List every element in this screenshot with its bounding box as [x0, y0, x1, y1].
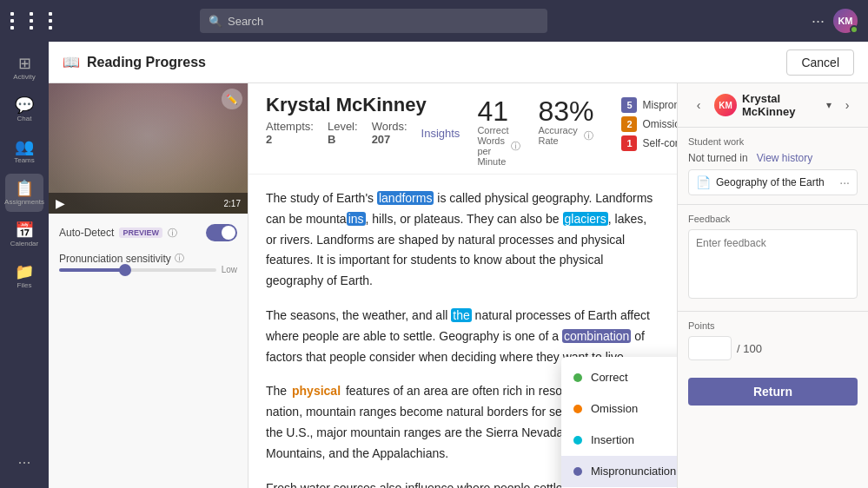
video-edit-button[interactable]: ✏️	[222, 89, 242, 109]
sensitivity-slider[interactable]	[59, 268, 216, 272]
header-bar: 📖 Reading Progress Cancel	[49, 42, 868, 83]
reading-para-1: The study of Earth's landforms is called…	[266, 188, 659, 292]
assignment-item[interactable]: 📄 Geography of the Earth ···	[688, 169, 858, 195]
more-options-button[interactable]: ···	[812, 12, 825, 30]
stats-row: 41 Correct Words per Minute ⓘ 83% Accura…	[477, 97, 677, 167]
menu-item-insertion[interactable]: Insertion	[561, 425, 677, 456]
word-physical[interactable]: physical	[290, 384, 342, 398]
reading-text: The study of Earth's landforms is called…	[248, 175, 677, 488]
menu-label-correct: Correct	[591, 368, 628, 387]
word-combination[interactable]: combination	[562, 329, 632, 343]
auto-detect-info-icon[interactable]: ⓘ	[168, 227, 177, 240]
panel-controls: Auto-Detect PREVIEW ⓘ Pronunciation sens…	[49, 214, 248, 285]
self-corrections-badge: 1	[621, 135, 637, 151]
prev-student-button[interactable]: ‹	[688, 95, 709, 115]
student-dropdown-button[interactable]: ▾	[826, 99, 832, 111]
play-button[interactable]: ▶	[56, 196, 65, 210]
next-student-button[interactable]: ›	[837, 95, 858, 115]
main-layout: ⊞ Activity 💬 Chat 👥 Teams 📋 Assignments …	[0, 42, 868, 488]
sensitivity-section: Pronunciation sensitivity ⓘ Low	[59, 252, 237, 274]
sensitivity-text: Pronunciation sensitivity	[59, 253, 171, 265]
teams-icon: 👥	[15, 139, 34, 155]
cwpm-stat: 41 Correct Words per Minute ⓘ	[477, 97, 520, 167]
sidebar-label-chat: Chat	[17, 115, 32, 122]
slider-low-label: Low	[222, 265, 237, 274]
cwpm-info-icon[interactable]: ⓘ	[511, 140, 520, 153]
content-area: 📖 Reading Progress Cancel ✏️ ▶ 2:17	[49, 42, 868, 488]
student-header: Krystal McKinney Attempts: 2 Level: B	[248, 83, 677, 175]
sidebar-item-calendar[interactable]: 📅 Calendar	[5, 215, 43, 254]
reading-area: Krystal McKinney Attempts: 2 Level: B	[248, 83, 677, 488]
left-panel: ✏️ ▶ 2:17 Auto-Detect PREVIEW ⓘ	[49, 83, 248, 488]
word-the[interactable]: the	[451, 308, 471, 322]
auto-detect-toggle[interactable]	[206, 224, 237, 241]
student-mini-avatar: KM	[714, 94, 737, 116]
assignment-more-button[interactable]: ···	[839, 175, 850, 189]
points-label: Points	[688, 320, 858, 331]
mispronunciations-badge: 5	[621, 97, 637, 113]
video-controls: ▶ 2:17	[49, 193, 248, 214]
menu-label-mispronunciation: Mispronunciation	[591, 462, 676, 481]
accuracy-info-icon[interactable]: ⓘ	[584, 129, 593, 142]
student-work-status: Not turned in View history	[688, 152, 858, 164]
insights-link[interactable]: Insights	[421, 127, 461, 140]
sidebar-label-assignments: Assignments	[4, 198, 44, 206]
menu-item-correct[interactable]: Correct	[561, 362, 677, 393]
feedback-label: Feedback	[688, 214, 858, 224]
mispronunciations-item: 5 Mispronunciations	[621, 97, 677, 113]
words-label: Words: 207	[372, 120, 407, 146]
words-value: 207	[372, 133, 391, 146]
search-bar[interactable]: 🔍 Search	[200, 9, 547, 33]
reading-progress-icon: 📖	[63, 54, 80, 70]
omissions-badge: 2	[621, 116, 637, 132]
attempts-label: Attempts: 2	[266, 120, 314, 146]
sensitivity-label: Pronunciation sensitivity ⓘ	[59, 252, 237, 265]
word-glaciers[interactable]: glaciers	[563, 212, 608, 226]
video-container: ✏️ ▶ 2:17	[49, 83, 248, 214]
files-icon: 📁	[15, 264, 34, 280]
sidebar-item-assignments[interactable]: 📋 Assignments	[5, 174, 43, 212]
sidebar-item-more[interactable]: ···	[5, 443, 43, 481]
slider-thumb	[119, 264, 131, 276]
avatar[interactable]: KM	[833, 9, 858, 33]
top-bar-right: ··· KM	[812, 9, 858, 33]
assignment-icon: 📄	[696, 175, 711, 189]
sidebar-item-teams[interactable]: 👥 Teams	[5, 132, 43, 170]
omissions-item: 2 Omissions	[621, 116, 677, 132]
auto-detect-label: Auto-Detect	[59, 227, 114, 239]
accuracy-label: Accuracy Rate ⓘ	[538, 125, 593, 146]
sidebar-item-files[interactable]: 📁 Files	[5, 257, 43, 295]
return-button[interactable]: Return	[688, 378, 858, 406]
sensitivity-info-icon[interactable]: ⓘ	[175, 252, 184, 265]
feedback-input[interactable]	[688, 229, 858, 299]
insertion-dot	[573, 436, 582, 445]
level-value: B	[328, 133, 335, 146]
menu-item-omission[interactable]: Omission	[561, 393, 677, 425]
sidebar-label-activity: Activity	[13, 73, 35, 81]
sidebar-item-activity[interactable]: ⊞ Activity	[5, 49, 43, 87]
assignment-name: Geography of the Earth	[716, 176, 834, 188]
view-history-link[interactable]: View history	[757, 152, 812, 164]
page-title: Reading Progress	[87, 55, 206, 70]
cancel-button[interactable]: Cancel	[786, 49, 854, 76]
menu-item-mispronunciation[interactable]: Mispronunciation	[561, 456, 677, 487]
level-label: Level: B	[328, 120, 358, 146]
toggle-knob	[222, 226, 235, 240]
error-categories: 5 Mispronunciations 2 Omissions 1 Self-c…	[621, 97, 677, 167]
preview-badge: PREVIEW	[119, 228, 162, 238]
student-info: Krystal McKinney Attempts: 2 Level: B	[266, 94, 460, 146]
points-input[interactable]	[688, 336, 732, 360]
student-meta: Attempts: 2 Level: B Words: 207	[266, 120, 460, 146]
right-panel-header: ‹ KM Krystal McKinney ▾ ›	[678, 83, 868, 128]
menu-label-insertion: Insertion	[591, 431, 634, 450]
mispronunciations-label: Mispronunciations	[642, 99, 677, 111]
sidebar-label-calendar: Calendar	[10, 240, 38, 247]
app-grid-icon[interactable]	[10, 12, 64, 30]
search-icon: 🔍	[209, 15, 222, 28]
sidebar-item-chat[interactable]: 💬 Chat	[5, 90, 43, 129]
menu-label-omission: Omission	[591, 399, 638, 419]
search-placeholder: Search	[228, 15, 263, 28]
sidebar-label-teams: Teams	[14, 156, 35, 164]
points-total: / 100	[737, 342, 762, 355]
word-landforms[interactable]: landforms	[377, 191, 434, 205]
